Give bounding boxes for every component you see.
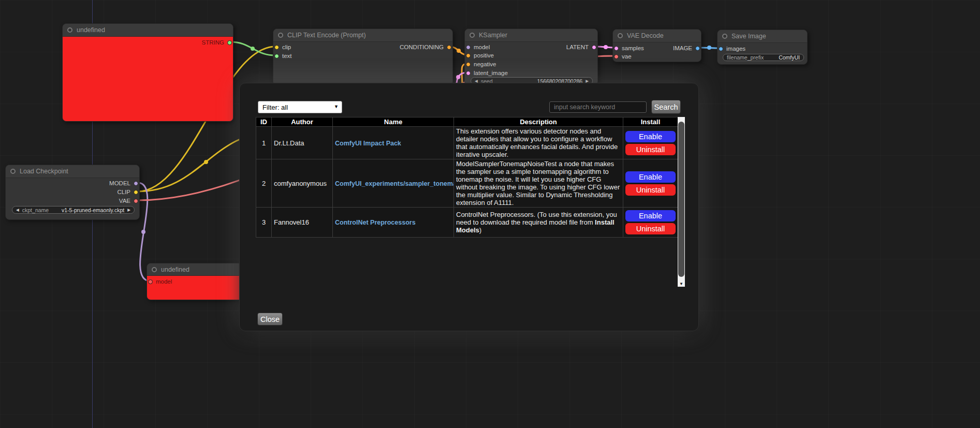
ckpt-name-widget[interactable]: ◀ ckpt_name v1-5-pruned-emaonly.ckpt ▶ xyxy=(12,206,135,214)
extension-link[interactable]: ControlNet Preprocessors xyxy=(335,219,416,226)
output-pin-icon[interactable] xyxy=(592,45,596,50)
cell-name: ControlNet Preprocessors xyxy=(333,208,454,238)
output-slot-vae[interactable]: VAE xyxy=(119,197,138,204)
input-slot-clip[interactable]: clip xyxy=(274,43,291,51)
node-load-checkpoint[interactable]: Load Checkpoint MODEL CLIP VAE ◀ ckpt_na… xyxy=(5,165,140,220)
table-scrollbar[interactable]: ▼ xyxy=(678,117,685,287)
input-pin-icon[interactable] xyxy=(614,54,619,59)
node-header[interactable]: KSampler xyxy=(465,29,597,42)
output-slot-conditioning[interactable]: CONDITIONING xyxy=(400,43,451,51)
filename-prefix-widget[interactable]: filename_prefix ComfyUI xyxy=(723,54,804,61)
prev-arrow-icon[interactable]: ◀ xyxy=(16,208,19,212)
widget-label: ckpt_name xyxy=(22,207,49,213)
output-pin-icon[interactable] xyxy=(695,46,700,51)
input-pin-icon[interactable] xyxy=(274,45,279,50)
collapse-dot-icon[interactable] xyxy=(67,27,72,33)
output-pin-icon[interactable] xyxy=(227,40,232,45)
output-pin-icon[interactable] xyxy=(447,45,451,50)
node-header[interactable]: CLIP Text Encode (Prompt) xyxy=(273,29,452,42)
input-slot-latent-image[interactable]: latent_image xyxy=(466,69,508,77)
input-slot-images[interactable]: images xyxy=(719,45,745,52)
node-title: Save Image xyxy=(732,33,766,40)
output-pin-icon[interactable] xyxy=(134,190,138,195)
extension-link[interactable]: ComfyUI_experiments/sampler_tonemap xyxy=(335,180,454,187)
extension-table-wrap: ID Author Name Description Install 1 Dr.… xyxy=(256,117,685,287)
input-slot-model[interactable]: model xyxy=(466,43,490,51)
filter-dropdown-wrap: Filter: all ▼ xyxy=(258,101,342,113)
input-pin-icon[interactable] xyxy=(274,54,279,58)
collapse-dot-icon[interactable] xyxy=(278,33,283,38)
collapse-dot-icon[interactable] xyxy=(722,34,727,39)
close-button[interactable]: Close xyxy=(257,313,283,326)
scroll-down-icon[interactable]: ▼ xyxy=(678,282,685,286)
uninstall-button[interactable]: Uninstall xyxy=(625,223,676,234)
uninstall-button[interactable]: Uninstall xyxy=(625,184,676,196)
node-title: KSampler xyxy=(479,32,507,39)
extension-link[interactable]: ComfyUI Impact Pack xyxy=(335,140,401,147)
input-pin-icon[interactable] xyxy=(466,71,471,76)
input-slot-vae[interactable]: vae xyxy=(614,53,632,60)
node-header[interactable]: Load Checkpoint xyxy=(6,165,139,178)
cell-name: ComfyUI_experiments/sampler_tonemap xyxy=(333,159,454,208)
collapse-dot-icon[interactable] xyxy=(618,33,623,38)
input-slot-model[interactable]: model xyxy=(148,278,172,285)
header-id: ID xyxy=(256,117,272,127)
enable-button[interactable]: Enable xyxy=(625,131,676,142)
comfyui-canvas[interactable]: undefined STRING CLIP Text Encode (Promp… xyxy=(0,0,980,428)
input-pin-icon[interactable] xyxy=(148,279,153,284)
input-pin-icon[interactable] xyxy=(466,45,471,50)
table-row: 3 Fannovel16 ControlNet Preprocessors Co… xyxy=(256,208,678,238)
node-title: VAE Decode xyxy=(627,32,664,39)
widget-value[interactable]: v1-5-pruned-emaonly.ckpt xyxy=(62,207,124,213)
node-header[interactable]: undefined xyxy=(147,263,243,276)
cell-description: ControlNet Preprocessors. (To use this e… xyxy=(454,208,623,238)
filter-dropdown[interactable]: Filter: all xyxy=(258,101,342,113)
node-header[interactable]: Save Image xyxy=(718,30,807,43)
node-ksampler[interactable]: KSampler model positive negative latent_… xyxy=(464,28,598,85)
output-pin-icon[interactable] xyxy=(134,199,138,203)
wire-midpoint-dot xyxy=(707,46,711,50)
node-undefined-top[interactable]: undefined STRING xyxy=(62,23,233,122)
scrollbar-thumb[interactable] xyxy=(678,122,684,277)
widget-value[interactable]: ComfyUI xyxy=(779,54,800,61)
wire-midpoint-dot xyxy=(141,230,145,234)
wire-midpoint-dot xyxy=(204,160,208,164)
cell-name: ComfyUI Impact Pack xyxy=(333,127,454,159)
cell-id: 3 xyxy=(256,208,272,238)
node-header[interactable]: VAE Decode xyxy=(613,29,701,42)
collapse-dot-icon[interactable] xyxy=(152,267,157,272)
table-row: 2 comfyanonymous ComfyUI_experiments/sam… xyxy=(256,159,678,208)
output-slot-model[interactable]: MODEL xyxy=(109,180,138,187)
input-slot-samples[interactable]: samples xyxy=(614,45,644,52)
enable-button[interactable]: Enable xyxy=(625,171,676,183)
uninstall-button[interactable]: Uninstall xyxy=(625,144,676,155)
search-input[interactable] xyxy=(549,101,647,113)
wire-midpoint-dot xyxy=(457,49,461,53)
search-button[interactable]: Search xyxy=(651,100,681,114)
input-pin-icon[interactable] xyxy=(466,53,471,58)
collapse-dot-icon[interactable] xyxy=(10,169,16,174)
enable-button[interactable]: Enable xyxy=(625,210,676,222)
node-clip-text-encode[interactable]: CLIP Text Encode (Prompt) clip text COND… xyxy=(273,28,453,85)
output-slot-clip[interactable]: CLIP xyxy=(117,188,138,196)
input-slot-text[interactable]: text xyxy=(274,52,292,60)
node-header[interactable]: undefined xyxy=(63,24,233,37)
node-vae-decode[interactable]: VAE Decode samples vae IMAGE xyxy=(612,29,701,62)
widget-label: filename_prefix xyxy=(727,54,764,61)
collapse-dot-icon[interactable] xyxy=(470,33,475,38)
output-pin-icon[interactable] xyxy=(134,181,138,186)
output-slot-latent[interactable]: LATENT xyxy=(566,43,596,51)
node-save-image[interactable]: Save Image images filename_prefix ComfyU… xyxy=(717,29,808,65)
output-slot-image[interactable]: IMAGE xyxy=(673,45,700,52)
output-slot-string[interactable]: STRING xyxy=(202,39,232,46)
input-pin-icon[interactable] xyxy=(466,62,471,67)
next-arrow-icon[interactable]: ▶ xyxy=(127,208,130,212)
cell-description: ModelSamplerTonemapNoiseTest a node that… xyxy=(454,159,623,208)
input-slot-negative[interactable]: negative xyxy=(466,61,496,68)
node-undefined-bottom[interactable]: undefined model xyxy=(147,263,243,300)
cell-install: Enable Uninstall xyxy=(623,159,678,208)
input-pin-icon[interactable] xyxy=(719,47,723,51)
input-slot-positive[interactable]: positive xyxy=(466,52,494,59)
input-pin-icon[interactable] xyxy=(614,46,619,51)
cell-id: 2 xyxy=(256,159,272,208)
